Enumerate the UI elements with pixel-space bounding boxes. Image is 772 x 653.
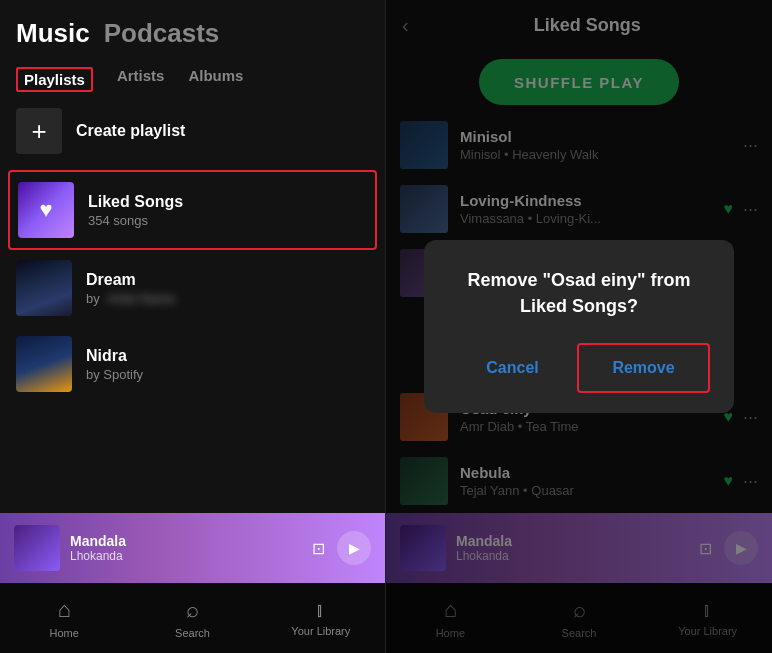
plus-icon: + bbox=[16, 108, 62, 154]
liked-songs-thumbnail: ♥ bbox=[18, 182, 74, 238]
nidra-thumbnail bbox=[16, 336, 72, 392]
playlist-item-nidra[interactable]: Nidra by Spotify bbox=[0, 326, 385, 402]
create-playlist-button[interactable]: + Create playlist bbox=[0, 92, 385, 170]
nav-home-left[interactable]: ⌂ Home bbox=[0, 597, 128, 639]
liked-songs-name: Liked Songs bbox=[88, 193, 183, 211]
nidra-info: Nidra by Spotify bbox=[86, 347, 143, 382]
music-tab[interactable]: Music bbox=[16, 18, 90, 49]
dream-thumbnail bbox=[16, 260, 72, 316]
cancel-button[interactable]: Cancel bbox=[448, 343, 577, 393]
player-controls-left: ⊡ ▶ bbox=[312, 531, 371, 565]
nav-search-left[interactable]: ⌕ Search bbox=[128, 597, 256, 639]
tab-artists[interactable]: Artists bbox=[117, 67, 165, 92]
podcasts-tab[interactable]: Podcasts bbox=[104, 18, 220, 49]
dream-info: Dream by Artist Name bbox=[86, 271, 175, 306]
liked-songs-count: 354 songs bbox=[88, 213, 183, 228]
tab-albums[interactable]: Albums bbox=[188, 67, 243, 92]
heart-icon: ♥ bbox=[39, 197, 52, 223]
liked-songs-info: Liked Songs 354 songs bbox=[88, 193, 183, 228]
app-title: Music Podcasts bbox=[16, 18, 369, 49]
dialog-title: Remove "Osad einy" from Liked Songs? bbox=[448, 268, 710, 318]
player-thumbnail-left bbox=[14, 525, 60, 571]
nav-library-label-left: Your Library bbox=[291, 625, 350, 637]
dream-name: Dream bbox=[86, 271, 175, 289]
remove-button[interactable]: Remove bbox=[577, 343, 710, 393]
left-header: Music Podcasts Playlists Artists Albums bbox=[0, 0, 385, 92]
home-icon-left: ⌂ bbox=[58, 597, 71, 623]
bottom-nav-left: ⌂ Home ⌕ Search ⫿ Your Library bbox=[0, 583, 385, 653]
playlist-list: ♥ Liked Songs 354 songs Dream by Artist … bbox=[0, 170, 385, 513]
player-bar-left[interactable]: Mandala Lhokanda ⊡ ▶ bbox=[0, 513, 385, 583]
player-info-left: Mandala Lhokanda bbox=[70, 533, 302, 563]
left-panel: Music Podcasts Playlists Artists Albums … bbox=[0, 0, 386, 653]
nidra-sub: by Spotify bbox=[86, 367, 143, 382]
dream-artist-blurred: Artist Name bbox=[107, 291, 175, 306]
dialog-buttons: Cancel Remove bbox=[448, 343, 710, 393]
player-title-left: Mandala bbox=[70, 533, 302, 549]
create-playlist-label: Create playlist bbox=[76, 122, 185, 140]
player-artist-left: Lhokanda bbox=[70, 549, 302, 563]
playlist-item-liked-songs[interactable]: ♥ Liked Songs 354 songs bbox=[8, 170, 377, 250]
nav-home-label-left: Home bbox=[49, 627, 78, 639]
search-icon-left: ⌕ bbox=[186, 597, 199, 623]
right-panel: ‹ Liked Songs SHUFFLE PLAY Minisol Minis… bbox=[386, 0, 772, 653]
playlist-item-dream[interactable]: Dream by Artist Name bbox=[0, 250, 385, 326]
device-icon-left[interactable]: ⊡ bbox=[312, 539, 325, 558]
remove-dialog: Remove "Osad einy" from Liked Songs? Can… bbox=[424, 240, 734, 412]
dialog-overlay: Remove "Osad einy" from Liked Songs? Can… bbox=[386, 0, 772, 653]
tab-playlists[interactable]: Playlists bbox=[16, 67, 93, 92]
library-icon-left: ⫿ bbox=[316, 600, 325, 621]
dream-sub: by Artist Name bbox=[86, 291, 175, 306]
nav-library-left[interactable]: ⫿ Your Library bbox=[257, 600, 385, 637]
nav-search-label-left: Search bbox=[175, 627, 210, 639]
play-button-left[interactable]: ▶ bbox=[337, 531, 371, 565]
category-tabs: Playlists Artists Albums bbox=[16, 67, 369, 92]
nidra-name: Nidra bbox=[86, 347, 143, 365]
